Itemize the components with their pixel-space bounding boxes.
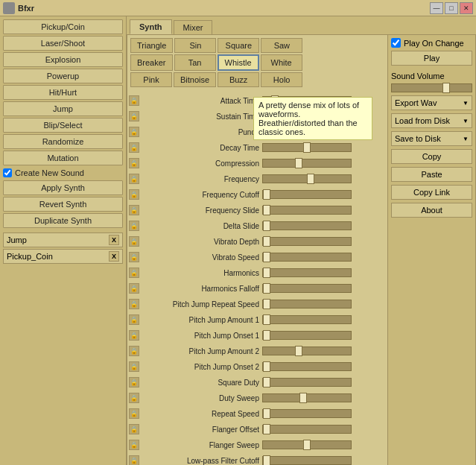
param-lock-freq-slide[interactable]: 🔒 bbox=[129, 205, 139, 215]
param-slider-flanger-offset[interactable] bbox=[262, 425, 352, 434]
param-lock-compression[interactable]: 🔒 bbox=[129, 158, 139, 168]
param-slider-sustain[interactable] bbox=[262, 112, 352, 121]
sidebar-btn-explosion[interactable]: Explosion bbox=[3, 52, 123, 67]
param-lock-sustain[interactable]: 🔒 bbox=[129, 111, 139, 121]
sidebar-btn-randomize[interactable]: Randomize bbox=[3, 134, 123, 149]
list-item-jump-remove[interactable]: X bbox=[109, 235, 119, 245]
tab-synth[interactable]: Synth bbox=[130, 19, 172, 34]
param-slider-frequency[interactable] bbox=[262, 174, 352, 183]
sidebar-btn-mutation[interactable]: Mutation bbox=[3, 151, 123, 165]
param-vibrato-depth: 🔒 Vibrato Depth bbox=[129, 234, 386, 249]
param-slider-flanger-sweep[interactable] bbox=[262, 440, 352, 449]
sidebar-btn-hithurt[interactable]: Hit/Hurt bbox=[3, 85, 123, 100]
param-slider-punch[interactable] bbox=[262, 127, 352, 136]
about-button[interactable]: About bbox=[391, 203, 472, 218]
load-from-disk-button[interactable]: Load from Disk ▼ bbox=[391, 113, 472, 128]
param-pitch-jump-amount2: 🔒 Pitch Jump Amount 2 bbox=[129, 344, 386, 358]
param-slider-vibrato-depth[interactable] bbox=[262, 237, 352, 246]
param-flanger-sweep: 🔒 Flanger Sweep bbox=[129, 437, 386, 452]
param-slider-harmonics[interactable] bbox=[262, 268, 352, 277]
wave-btn-whistle[interactable]: Whistle bbox=[218, 54, 259, 71]
param-lock-freq-cutoff[interactable]: 🔒 bbox=[129, 189, 139, 200]
play-on-change-label: Play On Change bbox=[404, 39, 464, 48]
copy-button[interactable]: Copy bbox=[391, 149, 472, 164]
export-wav-button[interactable]: Export Wav ▼ bbox=[391, 95, 472, 110]
param-freq-slide: 🔒 Frequency Slide bbox=[129, 203, 386, 218]
param-lock-repeat-speed[interactable]: 🔒 bbox=[129, 408, 139, 419]
param-lock-pitch-jump-onset2[interactable]: 🔒 bbox=[129, 361, 139, 372]
wave-btn-square[interactable]: Square bbox=[218, 38, 259, 53]
sidebar-btn-laser[interactable]: Laser/Shoot bbox=[3, 36, 123, 51]
wave-btn-pink[interactable]: Pink bbox=[130, 72, 172, 87]
param-slider-decay[interactable] bbox=[262, 143, 352, 152]
maximize-button[interactable]: □ bbox=[445, 2, 458, 14]
param-slider-repeat-speed[interactable] bbox=[262, 409, 352, 418]
list-item-jump[interactable]: Jump X bbox=[3, 232, 123, 247]
param-slider-freq-slide[interactable] bbox=[262, 206, 352, 215]
param-duty-sweep: 🔒 Duty Sweep bbox=[129, 390, 386, 405]
param-lock-punch[interactable]: 🔒 bbox=[129, 127, 139, 137]
wave-btn-bitnoise[interactable]: Bitnoise bbox=[174, 72, 216, 87]
param-slider-pitch-jump-onset2[interactable] bbox=[262, 362, 352, 371]
create-new-sound-row: Create New Sound bbox=[3, 167, 123, 179]
param-lock-delta-slide[interactable]: 🔒 bbox=[129, 221, 139, 231]
param-pitch-jump-onset2: 🔒 Pitch Jump Onset 2 bbox=[129, 359, 386, 374]
close-button[interactable]: ✕ bbox=[460, 2, 473, 14]
param-lock-pitch-jump-amount2[interactable]: 🔒 bbox=[129, 346, 139, 356]
play-on-change-checkbox[interactable] bbox=[391, 38, 401, 48]
sidebar-btn-blip[interactable]: Blip/Select bbox=[3, 118, 123, 133]
param-lock-frequency[interactable]: 🔒 bbox=[129, 174, 139, 184]
param-lock-duty-sweep[interactable]: 🔒 bbox=[129, 393, 139, 403]
param-slider-pitch-jump-onset1[interactable] bbox=[262, 331, 352, 340]
list-item-pickup-remove[interactable]: X bbox=[109, 251, 119, 262]
copy-link-button[interactable]: Copy Link bbox=[391, 185, 472, 200]
param-slider-lowpass-cutoff[interactable] bbox=[262, 456, 352, 465]
wave-btn-buzz[interactable]: Buzz bbox=[218, 72, 259, 87]
wave-btn-breaker[interactable]: Breaker bbox=[130, 54, 173, 71]
wave-btn-sin[interactable]: Sin bbox=[174, 38, 216, 53]
sidebar-btn-pickup[interactable]: Pickup/Coin bbox=[3, 19, 123, 34]
revert-synth-button[interactable]: Revert Synth bbox=[3, 197, 123, 212]
sidebar-btn-powerup[interactable]: Powerup bbox=[3, 69, 123, 83]
sidebar-btn-jump[interactable]: Jump bbox=[3, 101, 123, 116]
create-new-sound-checkbox[interactable] bbox=[3, 168, 12, 177]
param-lock-pitch-jump-onset1[interactable]: 🔒 bbox=[129, 330, 139, 341]
param-slider-vibrato-speed[interactable] bbox=[262, 253, 352, 262]
duplicate-synth-button[interactable]: Duplicate Synth bbox=[3, 213, 123, 228]
param-slider-pitch-jump-amount2[interactable] bbox=[262, 347, 352, 355]
wave-btn-triangle[interactable]: Triangle bbox=[130, 38, 173, 53]
param-label-delta-slide: Delta Slide bbox=[139, 222, 262, 230]
tab-mixer[interactable]: Mixer bbox=[174, 20, 213, 34]
wave-btn-white[interactable]: White bbox=[261, 54, 302, 71]
param-lock-decay[interactable]: 🔒 bbox=[129, 142, 139, 153]
param-slider-pitch-jump-amount1[interactable] bbox=[262, 315, 352, 324]
param-slider-duty-sweep[interactable] bbox=[262, 393, 352, 402]
param-lock-vibrato-depth[interactable]: 🔒 bbox=[129, 236, 139, 247]
play-button[interactable]: Play bbox=[391, 51, 472, 66]
wave-btn-saw[interactable]: Saw bbox=[261, 38, 302, 53]
param-lock-square-duty[interactable]: 🔒 bbox=[129, 377, 139, 388]
param-lock-pitch-jump-repeat[interactable]: 🔒 bbox=[129, 299, 139, 309]
param-slider-compression[interactable] bbox=[262, 159, 352, 168]
param-slider-delta-slide[interactable] bbox=[262, 221, 352, 230]
minimize-button[interactable]: — bbox=[430, 2, 443, 14]
param-lock-vibrato-speed[interactable]: 🔒 bbox=[129, 252, 139, 262]
param-slider-freq-cutoff[interactable] bbox=[262, 190, 352, 199]
list-item-pickup[interactable]: Pickup_Coin X bbox=[3, 249, 123, 264]
param-lock-attack[interactable]: 🔒 bbox=[129, 95, 139, 106]
param-lock-harmonics-falloff[interactable]: 🔒 bbox=[129, 283, 139, 294]
param-lock-flanger-offset[interactable]: 🔒 bbox=[129, 424, 139, 434]
param-lock-pitch-jump-amount1[interactable]: 🔒 bbox=[129, 314, 139, 325]
param-lock-flanger-sweep[interactable]: 🔒 bbox=[129, 440, 139, 450]
wave-btn-tan[interactable]: Tan bbox=[174, 54, 216, 71]
param-slider-square-duty[interactable] bbox=[262, 378, 352, 387]
param-lock-harmonics[interactable]: 🔒 bbox=[129, 268, 139, 278]
paste-button[interactable]: Paste bbox=[391, 167, 472, 182]
apply-synth-button[interactable]: Apply Synth bbox=[3, 180, 123, 195]
param-slider-harmonics-falloff[interactable] bbox=[262, 284, 352, 293]
wave-btn-holo[interactable]: Holo bbox=[261, 72, 302, 87]
param-slider-pitch-jump-repeat[interactable] bbox=[262, 300, 352, 309]
volume-slider[interactable] bbox=[391, 83, 472, 92]
param-lock-lowpass-cutoff[interactable]: 🔒 bbox=[129, 455, 139, 465]
save-to-disk-button[interactable]: Save to Disk ▼ bbox=[391, 131, 472, 146]
